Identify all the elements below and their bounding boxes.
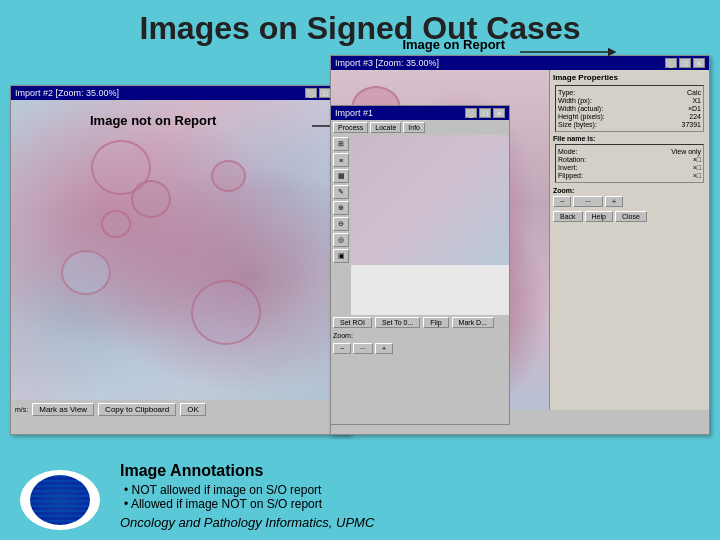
- props-size-row: Size (bytes): 37391: [558, 121, 701, 128]
- window-middle-tool-panel: Import #1 _ □ × Process Locate Info ⊞ ≡ …: [330, 105, 510, 425]
- set-roi-button[interactable]: Set ROI: [333, 317, 372, 328]
- ok-button[interactable]: OK: [180, 403, 206, 416]
- tool-icon-8[interactable]: ▣: [333, 249, 349, 263]
- tissue-structure: [191, 280, 261, 345]
- maximize-button-mid[interactable]: □: [479, 108, 491, 118]
- page-title: Images on Signed Out Cases: [0, 0, 720, 47]
- label-not-on-report: Image not on Report: [90, 113, 216, 128]
- window-right-title: Import #3 [Zoom: 35.00%]: [335, 58, 439, 68]
- props-widtha-value: ×D1: [688, 105, 701, 112]
- maximize-button-right[interactable]: □: [679, 58, 691, 68]
- tissue-structure: [211, 160, 246, 192]
- histology-image-left: [11, 100, 349, 400]
- props-size-value: 37391: [682, 121, 701, 128]
- annotation-item-1: • NOT allowed if image on S/O report: [124, 483, 700, 497]
- window-left-title: Import #2 [Zoom: 35.00%]: [15, 88, 119, 98]
- zoom-label: Zoom:: [331, 330, 509, 341]
- back-button[interactable]: Back: [553, 211, 583, 222]
- annotation-text-1: NOT allowed if image on S/O report: [132, 483, 322, 497]
- flag-rotation-row: Rotation: ×□: [558, 156, 701, 163]
- tool-icon-5[interactable]: ⊕: [333, 201, 349, 215]
- zoom-plus-button[interactable]: +: [375, 343, 393, 354]
- props-height-label: Height (pixels):: [558, 113, 605, 120]
- flag-flipped-label: Flipped:: [558, 172, 583, 179]
- info-button[interactable]: Info: [403, 122, 425, 133]
- bottom-buttons-group: Set ROI Set To 0... Flip Mark D...: [331, 315, 509, 330]
- zoom-plus-right[interactable]: +: [605, 196, 623, 207]
- preview-area: [351, 135, 509, 315]
- tissue-structure: [101, 210, 131, 238]
- props-width-row: Width (px): X1: [558, 97, 701, 104]
- org-name: Oncology and Pathology Informatics, UPMC: [120, 515, 700, 530]
- tissue-structure: [131, 180, 171, 218]
- close-button-mid[interactable]: ×: [493, 108, 505, 118]
- window-left-bottom-bar: m/s: Mark as View Copy to Clipboard OK: [11, 400, 349, 419]
- tool-icon-1[interactable]: ⊞: [333, 137, 349, 151]
- props-type-row: Type: Calc: [558, 89, 701, 96]
- arrow-on-report: [520, 43, 620, 61]
- zoom-minus-button[interactable]: −: [333, 343, 351, 354]
- props-width-label: Width (px):: [558, 97, 592, 104]
- window-left-titlebar: Import #2 [Zoom: 35.00%] _ □ ×: [11, 86, 349, 100]
- bottom-section: Image Annotations • NOT allowed if image…: [0, 462, 720, 530]
- minimize-button-right[interactable]: _: [665, 58, 677, 68]
- flag-data-panel: Mode: View only Rotation: ×□ Invert: ×□ …: [555, 144, 704, 183]
- tool-icon-7[interactable]: ◎: [333, 233, 349, 247]
- flag-flipped-row: Flipped: ×□: [558, 172, 701, 179]
- minimize-button-mid[interactable]: _: [465, 108, 477, 118]
- mark-do-button[interactable]: Mark D...: [452, 317, 494, 328]
- flag-invert-label: Invert:: [558, 164, 577, 171]
- set-to-0-button[interactable]: Set To 0...: [375, 317, 420, 328]
- bottom-label: m/s:: [15, 406, 28, 413]
- tool-content: ⊞ ≡ ▦ ✎ ⊕ ⊖ ◎ ▣: [331, 135, 509, 315]
- flag-invert-row: Invert: ×□: [558, 164, 701, 171]
- props-data-panel: Type: Calc Width (px): X1 Width (actual)…: [555, 85, 704, 132]
- window-right-controls[interactable]: _ □ ×: [665, 58, 705, 68]
- tool-icon-4[interactable]: ✎: [333, 185, 349, 199]
- copy-to-clipboard-button[interactable]: Copy to Clipboard: [98, 403, 176, 416]
- window-middle-titlebar: Import #1 _ □ ×: [331, 106, 509, 120]
- flag-mode-value: View only: [671, 148, 701, 155]
- flip-button[interactable]: Flip: [423, 317, 448, 328]
- zoom-controls-right: − ··· +: [553, 196, 706, 207]
- mark-as-view-button[interactable]: Mark as View: [32, 403, 94, 416]
- tool-icon-6[interactable]: ⊖: [333, 217, 349, 231]
- bullet-icon-1: •: [124, 483, 132, 497]
- zoom-section: Zoom: − ··· +: [553, 187, 706, 207]
- zoom-controls: − ··· +: [331, 341, 509, 356]
- window-middle-controls[interactable]: _ □ ×: [465, 108, 505, 118]
- bullet-icon-2: •: [124, 497, 131, 511]
- logo: [20, 470, 100, 530]
- tool-icon-2[interactable]: ≡: [333, 153, 349, 167]
- flag-section-label: File name is:: [553, 135, 706, 142]
- annotations-title: Image Annotations: [120, 462, 700, 480]
- props-height-row: Height (pixels): 224: [558, 113, 701, 120]
- locate-button[interactable]: Locate: [370, 122, 401, 133]
- flag-flipped-value: ×□: [693, 172, 701, 179]
- process-button[interactable]: Process: [333, 122, 368, 133]
- close-props-button[interactable]: Close: [615, 211, 647, 222]
- tool-icon-3[interactable]: ▦: [333, 169, 349, 183]
- flag-mode-label: Mode:: [558, 148, 577, 155]
- zoom-minus-right[interactable]: −: [553, 196, 571, 207]
- small-preview-image: [351, 135, 509, 265]
- logo-graphic: [30, 475, 90, 525]
- annotation-item-2: • Allowed if image NOT on S/O report: [124, 497, 700, 511]
- flag-rotation-value: ×□: [693, 156, 701, 163]
- help-button[interactable]: Help: [585, 211, 613, 222]
- annotation-text-2: Allowed if image NOT on S/O report: [131, 497, 322, 511]
- props-widtha-row: Width (actual): ×D1: [558, 105, 701, 112]
- side-toolbar: ⊞ ≡ ▦ ✎ ⊕ ⊖ ◎ ▣: [331, 135, 351, 315]
- flag-rotation-label: Rotation:: [558, 156, 586, 163]
- bottom-props-buttons: Back Help Close: [553, 211, 706, 222]
- window-middle-title: Import #1: [335, 108, 373, 118]
- props-type-value: Calc: [687, 89, 701, 96]
- close-button-right[interactable]: ×: [693, 58, 705, 68]
- histo-texture-left: [11, 100, 349, 400]
- props-height-value: 224: [689, 113, 701, 120]
- content-area: Import #2 [Zoom: 35.00%] _ □ × m/s: Mark…: [10, 55, 710, 475]
- minimize-button[interactable]: _: [305, 88, 317, 98]
- zoom-val-right[interactable]: ···: [573, 196, 603, 207]
- annotations-area: Image Annotations • NOT allowed if image…: [120, 462, 700, 530]
- zoom-reset-button[interactable]: ···: [353, 343, 373, 354]
